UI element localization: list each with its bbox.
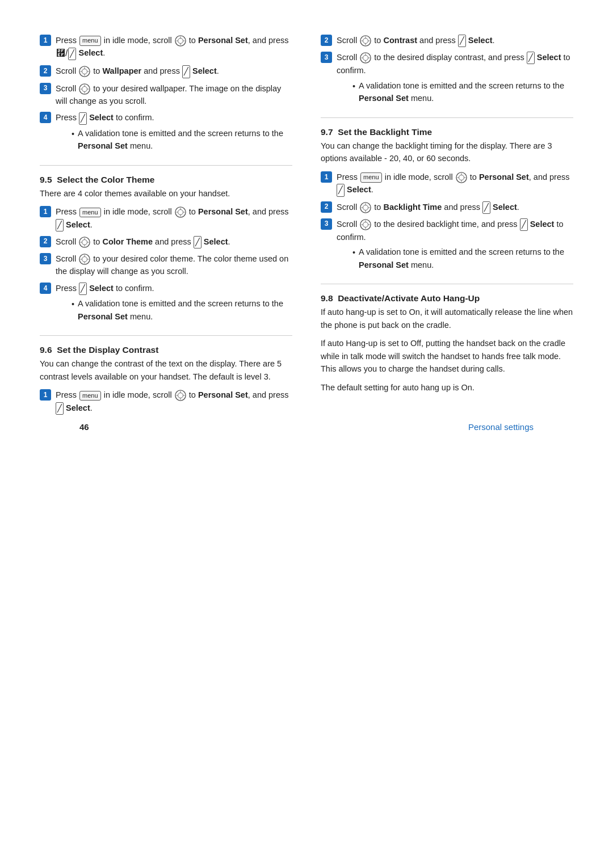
bullet-text: A validation tone is emitted and the scr… <box>78 297 292 323</box>
section-title: 9.7 Set the Backlight Time <box>321 127 573 137</box>
step-content: Scroll to your desired color theme. The … <box>56 252 292 278</box>
step-item: 1 Press menu in idle mode, scroll to Per… <box>321 171 573 197</box>
step-content: Press ╱ Select to confirm. • A validatio… <box>56 111 292 152</box>
wallpaper-steps: 1 Press menu in idle mode, scroll to Per… <box>40 34 292 153</box>
step-content: Press ╱ Select to confirm. • A validatio… <box>56 282 292 323</box>
menu-icon: menu <box>79 208 101 217</box>
step-number: 3 <box>321 52 332 63</box>
svg-point-5 <box>82 86 87 91</box>
bullet-text: A validation tone is emitted and the scr… <box>359 246 573 271</box>
page-number: 46 <box>79 422 89 432</box>
menu-icon: menu <box>79 36 101 45</box>
bullet-text: A validation tone is emitted and the scr… <box>78 127 292 153</box>
display-contrast-steps-cont: 2 Scroll to Contrast and press ╱ Select.… <box>321 34 573 105</box>
bullet-dot: • <box>72 128 74 140</box>
section-divider <box>321 284 573 284</box>
section-desc-2: If auto Hang-up is set to Off, putting t… <box>321 337 573 375</box>
step-content: Press menu in idle mode, scroll to Perso… <box>337 171 573 197</box>
section-number: 9.5 <box>40 175 52 184</box>
step-number: 4 <box>40 112 51 123</box>
step-content: Scroll to your desired wallpaper. The im… <box>56 82 292 108</box>
section-title: 9.5 Select the Color Theme <box>40 175 292 185</box>
step-content: Scroll to Contrast and press ╱ Select. <box>337 34 573 47</box>
scroll-icon <box>360 52 371 64</box>
section-divider <box>40 165 292 166</box>
bullet-item: • A validation tone is emitted and the s… <box>72 127 292 153</box>
svg-point-21 <box>363 205 368 210</box>
step-content: Press menu in idle mode, scroll to Perso… <box>56 389 292 415</box>
page-footer: 46 Personal settings <box>40 437 573 460</box>
step-content: Scroll to Color Theme and press ╱ Select… <box>56 235 292 248</box>
step-content: Scroll to the desired backlight time, an… <box>337 218 573 272</box>
step-number: 1 <box>40 389 51 401</box>
step-content: Scroll to Wallpaper and press ╱ Select. <box>56 65 292 78</box>
step-item: 2 Scroll to Color Theme and press ╱ Sele… <box>40 235 292 248</box>
backlight-steps: 1 Press menu in idle mode, scroll to Per… <box>321 171 573 272</box>
svg-point-17 <box>363 56 368 61</box>
step-item: 4 Press ╱ Select to confirm. • A validat… <box>40 282 292 323</box>
section-98: 9.8 Deactivate/Activate Auto Hang-Up If … <box>321 293 573 394</box>
scroll-icon <box>360 35 371 47</box>
step-item: 2 Scroll to Backlight Time and press ╱ S… <box>321 201 573 214</box>
step-item: 4 Press ╱ Select to confirm. • A validat… <box>40 111 292 152</box>
step-item: 3 Scroll to your desired color theme. Th… <box>40 252 292 278</box>
bullet-text: A validation tone is emitted and the scr… <box>359 79 573 105</box>
left-column: 1 Press menu in idle mode, scroll to Per… <box>40 34 292 420</box>
display-contrast-steps: 1 Press menu in idle mode, scroll to Per… <box>40 389 292 415</box>
step-number: 1 <box>321 171 332 183</box>
color-theme-steps: 1 Press menu in idle mode, scroll to Per… <box>40 205 292 323</box>
section-desc: There are 4 color themes available on yo… <box>40 187 292 200</box>
svg-point-13 <box>178 393 183 398</box>
step-number: 4 <box>40 283 51 294</box>
section-number: 9.8 <box>321 293 333 303</box>
step-item: 2 Scroll to Wallpaper and press ╱ Select… <box>40 65 292 78</box>
section-96: 9.6 Set the Display Contrast You can cha… <box>40 345 292 415</box>
scroll-icon <box>360 202 371 213</box>
main-content: 1 Press menu in idle mode, scroll to Per… <box>40 34 573 420</box>
bullet-dot: • <box>352 80 355 92</box>
scroll-icon <box>79 254 90 265</box>
step-number: 2 <box>40 236 51 247</box>
svg-point-15 <box>363 39 368 44</box>
step-number: 1 <box>40 35 51 46</box>
svg-point-9 <box>82 239 87 245</box>
step-item: 2 Scroll to Contrast and press ╱ Select. <box>321 34 573 47</box>
scroll-icon <box>79 237 90 248</box>
step-number: 1 <box>40 206 51 217</box>
step-item: 1 Press menu in idle mode, scroll to Per… <box>40 205 292 231</box>
section-desc: You can change the contrast of the text … <box>40 357 292 383</box>
section-number: 9.6 <box>40 345 52 355</box>
step-number: 3 <box>40 83 51 94</box>
step-item: 3 Scroll to your desired wallpaper. The … <box>40 82 292 108</box>
svg-point-7 <box>178 210 183 215</box>
bullet-item: • A validation tone is emitted and the s… <box>352 79 573 105</box>
bullet-dot: • <box>72 298 74 310</box>
step-number: 3 <box>40 253 51 264</box>
section-divider <box>40 335 292 336</box>
menu-icon: menu <box>360 172 382 182</box>
scroll-icon <box>456 172 467 183</box>
scroll-icon <box>175 390 186 401</box>
svg-point-11 <box>82 257 87 262</box>
svg-point-1 <box>178 39 183 44</box>
scroll-icon <box>175 207 186 218</box>
bullet-item: • A validation tone is emitted and the s… <box>352 246 573 271</box>
bullet-item: • A validation tone is emitted and the s… <box>72 297 292 323</box>
step-number: 2 <box>40 65 51 77</box>
svg-point-23 <box>363 222 368 227</box>
right-column: 2 Scroll to Contrast and press ╱ Select.… <box>321 34 573 420</box>
section-title: 9.6 Set the Display Contrast <box>40 345 292 355</box>
section-96-continued: 2 Scroll to Contrast and press ╱ Select.… <box>321 34 573 105</box>
step-number: 2 <box>321 201 332 213</box>
section-95: 9.5 Select the Color Theme There are 4 c… <box>40 175 292 323</box>
scroll-icon <box>175 35 186 47</box>
scroll-icon <box>79 66 90 77</box>
bullet-dot: • <box>352 246 355 259</box>
step-content: Scroll to Backlight Time and press ╱ Sel… <box>337 201 573 214</box>
step-content: Press menu in idle mode, scroll to Perso… <box>56 34 292 61</box>
section-desc-3: The default setting for auto hang up is … <box>321 381 573 394</box>
section-number: 9.7 <box>321 127 333 137</box>
section-97: 9.7 Set the Backlight Time You can chang… <box>321 127 573 272</box>
step-number: 3 <box>321 218 332 230</box>
svg-point-19 <box>459 175 464 180</box>
